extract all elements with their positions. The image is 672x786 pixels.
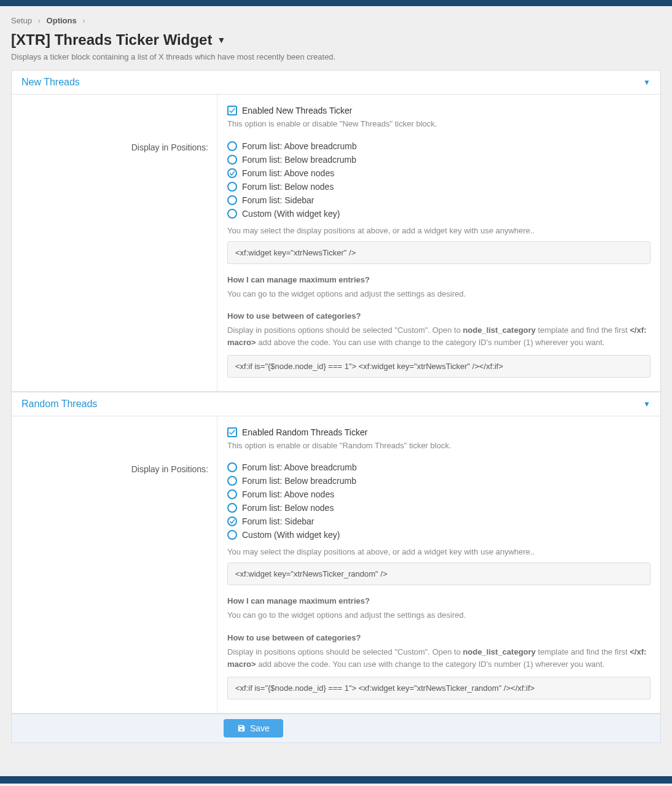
- positions-label: Display in Positions:: [20, 464, 208, 474]
- enable-new-threads-hint: This option is enable or disable "New Th…: [227, 118, 651, 130]
- radio-new-pos-2[interactable]: [227, 168, 237, 178]
- radio-label: Forum list: Sidebar: [242, 516, 314, 526]
- breadcrumb-item-setup[interactable]: Setup: [11, 16, 32, 25]
- check-icon: [229, 429, 236, 436]
- chevron-right-icon: ›: [82, 16, 85, 25]
- radio-random-pos-3[interactable]: [227, 503, 237, 513]
- subhead-max-entries: How I can manage maximum entries?: [227, 275, 651, 284]
- dropdown-caret-icon[interactable]: ▼: [217, 35, 225, 45]
- check-icon: [229, 107, 236, 114]
- radio-new-pos-5[interactable]: [227, 209, 237, 219]
- radio-random-pos-0[interactable]: [227, 462, 237, 472]
- t: Display in positions options should be s…: [227, 325, 463, 335]
- save-button-label: Save: [250, 723, 270, 733]
- enable-new-threads-checkbox[interactable]: [227, 106, 237, 115]
- radio-label: Custom (With widget key): [242, 530, 340, 540]
- panel-header-new-threads[interactable]: New Threads ▼: [12, 71, 660, 95]
- para-max-entries: You can go to the widget options and adj…: [227, 609, 651, 621]
- bottom-bar: [0, 776, 672, 784]
- panel-title: Random Threads: [21, 399, 97, 410]
- enable-random-threads-checkbox[interactable]: [227, 427, 237, 437]
- radio-label: Forum list: Below breadcrumb: [242, 476, 356, 486]
- breadcrumb: Setup › Options ›: [11, 12, 661, 31]
- t: add above the code. You can use with cha…: [256, 660, 605, 669]
- radio-label: Forum list: Above breadcrumb: [242, 141, 357, 151]
- code-xfif-new: <xf:if is="{$node.node_id} === 1"> <xf:w…: [227, 355, 651, 378]
- code-widget-key-random: <xf:widget key="xtrNewsTicker_random" />: [227, 562, 651, 585]
- radio-random-pos-4[interactable]: [227, 516, 237, 526]
- collapse-caret-icon[interactable]: ▼: [643, 400, 651, 408]
- random-positions-radio-group: Forum list: Above breadcrumb Forum list:…: [227, 462, 651, 540]
- enable-random-threads-label: Enabled Random Threads Ticker: [242, 427, 367, 437]
- page-title: [XTR] Threads Ticker Widget ▼: [11, 31, 661, 49]
- radio-random-pos-1[interactable]: [227, 476, 237, 486]
- breadcrumb-item-options[interactable]: Options: [47, 16, 77, 25]
- positions-note: You may select the display positions at …: [227, 547, 651, 556]
- subhead-categories: How to use between of categories?: [227, 311, 651, 321]
- footer-bar: Save: [11, 714, 661, 743]
- radio-new-pos-3[interactable]: [227, 182, 237, 192]
- radio-random-pos-2[interactable]: [227, 489, 237, 499]
- radio-new-pos-4[interactable]: [227, 195, 237, 205]
- radio-label: Forum list: Above nodes: [242, 168, 334, 178]
- panel-random-threads: Random Threads ▼ Display in Positions: E…: [11, 392, 661, 714]
- radio-label: Forum list: Above nodes: [242, 489, 334, 499]
- positions-label: Display in Positions:: [20, 142, 208, 152]
- collapse-caret-icon[interactable]: ▼: [643, 78, 651, 87]
- check-icon: [229, 518, 236, 525]
- save-button[interactable]: Save: [224, 719, 283, 737]
- radio-random-pos-5[interactable]: [227, 530, 237, 540]
- para-max-entries: You can go to the widget options and adj…: [227, 288, 651, 300]
- radio-label: Forum list: Sidebar: [242, 195, 314, 205]
- subhead-max-entries: How I can manage maximum entries?: [227, 596, 651, 605]
- panel-header-random-threads[interactable]: Random Threads ▼: [12, 392, 660, 416]
- code-xfif-random: <xf:if is="{$node.node_id} === 1"> <xf:w…: [227, 677, 651, 699]
- radio-label: Forum list: Below nodes: [242, 503, 334, 513]
- radio-label: Forum list: Above breadcrumb: [242, 462, 357, 472]
- t: add above the code. You can use with cha…: [256, 338, 605, 347]
- chevron-right-icon: ›: [38, 16, 41, 25]
- page-description: Displays a ticker block containing a lis…: [11, 52, 661, 61]
- save-icon: [237, 724, 246, 733]
- top-bar: [0, 0, 672, 6]
- positions-note: You may select the display positions at …: [227, 226, 651, 235]
- radio-label: Forum list: Below breadcrumb: [242, 155, 356, 165]
- radio-label: Forum list: Below nodes: [242, 182, 334, 192]
- radio-new-pos-1[interactable]: [227, 155, 237, 165]
- radio-label: Custom (With widget key): [242, 209, 340, 219]
- para-categories: Display in positions options should be s…: [227, 324, 651, 349]
- t: Display in positions options should be s…: [227, 647, 463, 656]
- code-widget-key-new: <xf:widget key="xtrNewsTicker" />: [227, 241, 651, 264]
- page-title-text: [XTR] Threads Ticker Widget: [11, 31, 212, 49]
- t: template and find the first: [536, 647, 630, 656]
- para-categories: Display in positions options should be s…: [227, 646, 651, 671]
- t: node_list_category: [463, 647, 536, 656]
- t: template and find the first: [536, 325, 630, 335]
- panel-new-threads: New Threads ▼ Display in Positions: Enab…: [11, 70, 661, 392]
- radio-new-pos-0[interactable]: [227, 141, 237, 151]
- panel-title: New Threads: [21, 77, 80, 88]
- check-icon: [229, 169, 236, 177]
- new-positions-radio-group: Forum list: Above breadcrumb Forum list:…: [227, 141, 651, 219]
- subhead-categories: How to use between of categories?: [227, 633, 651, 642]
- enable-random-threads-hint: This option is enable or disable "Random…: [227, 440, 651, 452]
- t: node_list_category: [463, 325, 536, 335]
- enable-new-threads-label: Enabled New Threads Ticker: [242, 106, 353, 115]
